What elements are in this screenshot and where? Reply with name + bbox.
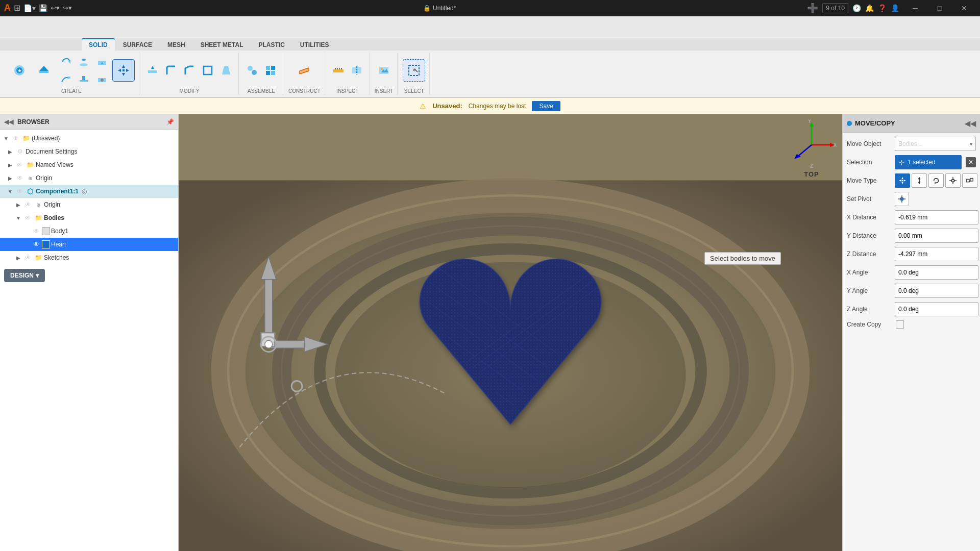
tree-toggle-sketches[interactable]: ▶ xyxy=(14,254,22,262)
visibility-icon-body1[interactable]: 👁 xyxy=(32,227,41,236)
design-button[interactable]: DESIGN ▾ xyxy=(4,269,45,282)
visibility-icon-origin[interactable]: 👁 xyxy=(15,173,24,183)
z-angle-input[interactable] xyxy=(895,302,978,316)
tree-toggle-bodies[interactable]: ▼ xyxy=(14,214,22,222)
move-free-icon[interactable] xyxy=(895,173,910,188)
browser-pin[interactable]: 📌 xyxy=(166,118,174,126)
tree-toggle-component[interactable]: ▼ xyxy=(6,187,14,195)
view-top-label[interactable]: TOP xyxy=(804,170,819,178)
selection-badge[interactable]: ⊹ 1 selected xyxy=(895,155,962,169)
viewport[interactable]: Select bodies to move Z X Y TOP ⋮ xyxy=(179,114,842,551)
redo-icon[interactable]: ↪▾ xyxy=(63,4,72,12)
save-button[interactable]: Save xyxy=(532,101,560,111)
hole-icon[interactable] xyxy=(94,71,110,87)
component-target-icon[interactable]: ◎ xyxy=(82,188,87,195)
move-point-icon[interactable] xyxy=(945,173,961,188)
press-pull-icon[interactable] xyxy=(144,62,161,79)
svg-marker-92 xyxy=(935,182,936,184)
tree-item-component[interactable]: ▼ 👁 ⬡ Component1:1 ◎ xyxy=(0,185,178,198)
x-distance-input[interactable] xyxy=(895,210,978,224)
extrude-icon[interactable] xyxy=(33,59,55,82)
maximize-button[interactable]: □ xyxy=(928,0,951,16)
grid-icon[interactable]: ⊞ xyxy=(14,3,20,13)
new-file-icon[interactable]: 📄▾ xyxy=(23,4,36,12)
tree-item-body1[interactable]: ▶ 👁 Body1 xyxy=(0,224,178,238)
tree-item-bodies[interactable]: ▼ 👁 📁 Bodies xyxy=(0,211,178,224)
tree-toggle-doc[interactable]: ▶ xyxy=(6,147,14,156)
move-object-dropdown[interactable]: Bodies... ▾ xyxy=(895,137,976,151)
new-component-icon[interactable]: ★ xyxy=(8,59,31,82)
file-count: 9 of 10 xyxy=(822,3,848,13)
window-controls: ─ □ ✕ xyxy=(903,0,976,16)
emboss-icon[interactable]: A xyxy=(94,54,110,70)
y-angle-input[interactable] xyxy=(895,284,978,298)
joint-icon[interactable] xyxy=(244,62,260,79)
user-icon[interactable]: 👤 xyxy=(891,4,899,12)
fillet-icon[interactable] xyxy=(163,62,179,79)
visibility-icon-component[interactable]: 👁 xyxy=(15,187,24,196)
tab-utilities[interactable]: UTILITIES xyxy=(293,39,336,51)
select-icon[interactable] xyxy=(403,59,425,82)
visibility-icon-sketches[interactable]: 👁 xyxy=(23,253,33,262)
shell-icon[interactable] xyxy=(200,62,216,79)
tab-sheet-metal[interactable]: SHEET METAL xyxy=(193,39,251,51)
offset-plane-icon[interactable] xyxy=(293,59,315,82)
close-button[interactable]: ✕ xyxy=(952,0,976,16)
rib-icon[interactable] xyxy=(76,71,92,87)
clock-icon[interactable]: 🕐 xyxy=(852,4,861,12)
tree-item-origin-comp[interactable]: ▶ 👁 ⊕ Origin xyxy=(0,198,178,211)
move-translate-icon[interactable] xyxy=(912,173,927,188)
save-icon[interactable]: 💾 xyxy=(39,4,47,12)
minimize-button[interactable]: ─ xyxy=(903,0,927,16)
tree-toggle-origin-top[interactable]: ▶ xyxy=(6,174,14,182)
panel-collapse-icon[interactable]: ◀◀ xyxy=(965,119,976,128)
tree-item-doc-settings[interactable]: ▶ ⚙ Document Settings xyxy=(0,145,178,158)
sweep-icon[interactable] xyxy=(57,71,74,87)
z-angle-row: Z Angle xyxy=(847,302,976,316)
insert-image-icon[interactable] xyxy=(376,62,392,79)
notification-icon[interactable]: 🔔 xyxy=(865,4,874,12)
visibility-icon-heart[interactable]: 👁 xyxy=(32,240,41,249)
rigid-group-icon[interactable] xyxy=(262,62,279,79)
tab-plastic[interactable]: PLASTIC xyxy=(251,39,291,51)
move-rotate-icon[interactable] xyxy=(928,173,944,188)
draft-icon[interactable] xyxy=(218,62,234,79)
tree-item-heart[interactable]: ▶ 👁 Heart xyxy=(0,238,178,251)
visibility-icon-origin-comp[interactable]: 👁 xyxy=(23,200,33,209)
move-icon[interactable] xyxy=(112,59,135,82)
tree-toggle-views[interactable]: ▶ xyxy=(6,161,14,169)
tree-item-unsaved[interactable]: ▼ 👁 📁 (Unsaved) xyxy=(0,132,178,145)
revolve-icon[interactable] xyxy=(57,54,74,70)
help-icon[interactable]: ❓ xyxy=(878,4,887,12)
undo-icon[interactable]: ↩▾ xyxy=(51,4,60,12)
y-distance-label: Y Distance xyxy=(847,232,893,239)
svg-rect-9 xyxy=(80,80,88,82)
y-distance-input[interactable] xyxy=(895,229,978,243)
loft-icon[interactable] xyxy=(76,54,92,70)
tree-toggle-origin-comp[interactable]: ▶ xyxy=(14,201,22,209)
svg-rect-6 xyxy=(67,77,70,79)
tab-mesh[interactable]: MESH xyxy=(160,39,192,51)
z-distance-input[interactable] xyxy=(895,247,978,261)
x-angle-input[interactable] xyxy=(895,265,978,280)
tree-item-named-views[interactable]: ▶ 👁 📁 Named Views xyxy=(0,158,178,171)
tree-toggle-unsaved[interactable]: ▼ xyxy=(2,134,10,142)
svg-point-25 xyxy=(252,70,257,75)
pivot-icon-button[interactable] xyxy=(895,192,909,206)
clear-selection-button[interactable]: ✕ xyxy=(966,157,976,167)
tree-item-origin-top[interactable]: ▶ 👁 ⊕ Origin xyxy=(0,171,178,185)
visibility-icon-unsaved[interactable]: 👁 xyxy=(11,134,20,143)
section-analysis-icon[interactable] xyxy=(349,62,365,79)
tab-surface[interactable]: SURFACE xyxy=(116,39,159,51)
visibility-icon-bodies[interactable]: 👁 xyxy=(23,213,33,222)
browser-nav-left[interactable]: ◀◀ xyxy=(4,118,13,126)
tree-item-sketches[interactable]: ▶ 👁 📁 Sketches xyxy=(0,251,178,264)
measure-icon[interactable] xyxy=(330,62,347,79)
panel-title: MOVE/COPY xyxy=(855,119,895,127)
tab-solid[interactable]: SOLID xyxy=(82,38,115,51)
move-align-icon[interactable] xyxy=(962,173,977,188)
visibility-icon-views[interactable]: 👁 xyxy=(15,160,24,169)
chamfer-icon[interactable] xyxy=(181,62,198,79)
create-copy-checkbox[interactable] xyxy=(896,320,904,329)
add-icon[interactable]: ➕ xyxy=(807,3,818,14)
